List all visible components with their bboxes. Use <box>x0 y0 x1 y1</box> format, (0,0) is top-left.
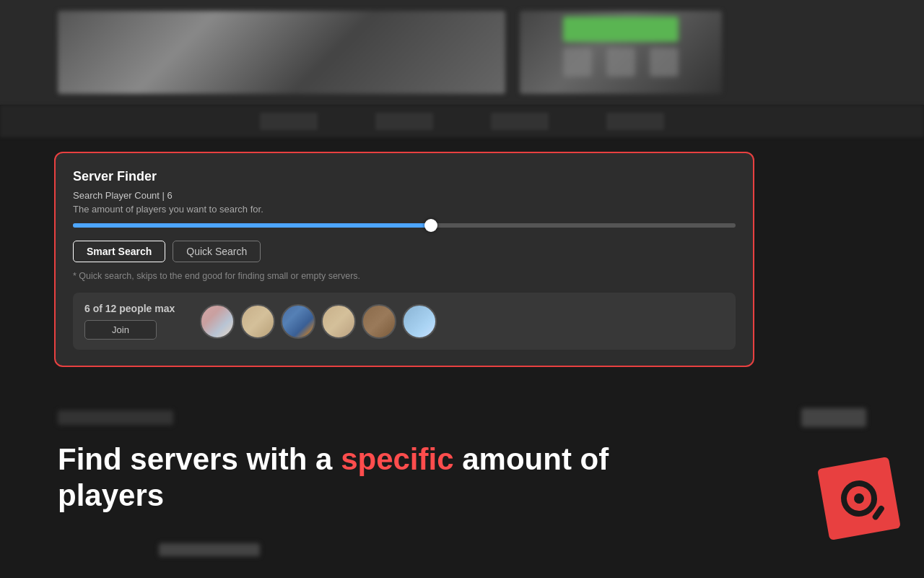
avatar <box>402 304 437 339</box>
blurred-icons <box>563 48 679 77</box>
people-count-text: 6 of 12 people max <box>84 303 186 314</box>
nav-item-3 <box>491 113 549 130</box>
logo-square <box>817 457 901 540</box>
headline-text: Find servers with a specific amount of p… <box>58 441 707 514</box>
blurred-icon-3 <box>650 48 679 77</box>
server-count-info: 6 of 12 people max Join <box>84 303 186 340</box>
avatar <box>281 304 315 339</box>
bottom-section: Find servers with a specific amount of p… <box>0 387 924 514</box>
server-finder-panel: Server Finder Search Player Count | 6 Th… <box>54 152 754 367</box>
main-game-image <box>58 11 505 94</box>
smart-search-button[interactable]: Smart Search <box>73 241 165 262</box>
server-finder-title: Server Finder <box>73 169 736 184</box>
server-result-row: 6 of 12 people max Join <box>73 293 736 350</box>
search-player-count-label: Search Player Count | 6 <box>73 190 736 201</box>
blurred-play-button <box>563 17 679 42</box>
blurred-icon-2 <box>606 48 635 77</box>
headline-part1: Find servers with a <box>58 442 341 476</box>
blurred-subtext <box>159 543 260 556</box>
headline-highlight: specific <box>341 442 453 476</box>
blurred-button <box>801 408 866 427</box>
join-server-button[interactable]: Join <box>84 320 157 340</box>
avatar <box>240 304 275 339</box>
quick-search-button[interactable]: Quick Search <box>173 241 261 262</box>
side-game-panel <box>520 11 722 94</box>
magnifier-icon <box>838 478 880 519</box>
blurred-section-label <box>58 410 173 425</box>
top-blur-section <box>0 0 924 105</box>
search-buttons-group: Smart Search Quick Search <box>73 241 736 262</box>
player-count-slider-container[interactable] <box>73 223 736 228</box>
nav-item-2 <box>375 113 433 130</box>
search-desc-text: The amount of players you want to search… <box>73 204 736 215</box>
blurred-top-row <box>58 408 866 427</box>
avatar <box>362 304 396 339</box>
nav-item-4 <box>606 113 664 130</box>
avatars-row <box>200 304 437 339</box>
quick-search-note: * Quick search, skips to the end good fo… <box>73 271 736 281</box>
nav-item-1 <box>260 113 318 130</box>
avatar <box>200 304 235 339</box>
blurred-icon-1 <box>563 48 592 77</box>
magnifier-lens-dot <box>853 493 865 504</box>
avatar <box>321 304 356 339</box>
logo-icon-container <box>823 462 895 535</box>
nav-bar <box>0 105 924 137</box>
